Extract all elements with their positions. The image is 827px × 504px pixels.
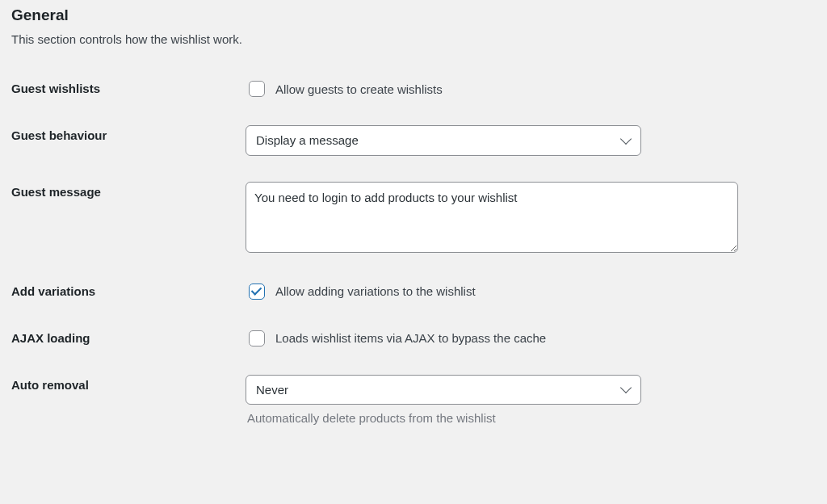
checkbox-wrap-ajax-loading[interactable]: Loads wishlist items via AJAX to bypass …: [246, 328, 816, 349]
settings-section-general: General This section controls how the wi…: [0, 0, 827, 454]
field-label-guest-behaviour: Guest behaviour: [11, 112, 246, 169]
field-row-guest-wishlists: Guest wishlists Allow guests to create w…: [11, 65, 816, 112]
select-guest-behaviour[interactable]: Display a message: [246, 125, 641, 156]
field-label-ajax-loading: AJAX loading: [11, 315, 246, 362]
field-label-guest-wishlists: Guest wishlists: [11, 65, 246, 112]
field-label-guest-message: Guest message: [11, 169, 246, 268]
help-text-auto-removal: Automatically delete products from the w…: [247, 411, 816, 425]
checkbox-label-ajax-loading: Loads wishlist items via AJAX to bypass …: [275, 331, 546, 345]
field-row-auto-removal: Auto removal Never Automatically delete …: [11, 362, 816, 439]
checkbox-label-guest-wishlists: Allow guests to create wishlists: [275, 82, 443, 96]
section-description: This section controls how the wishlist w…: [11, 32, 816, 46]
field-label-add-variations: Add variations: [11, 268, 246, 315]
checkbox-wrap-guest-wishlists[interactable]: Allow guests to create wishlists: [246, 78, 816, 99]
field-row-guest-message: Guest message: [11, 169, 816, 268]
select-auto-removal[interactable]: Never: [246, 375, 641, 405]
checkbox-label-add-variations: Allow adding variations to the wishlist: [275, 284, 476, 298]
checkbox-ajax-loading[interactable]: [249, 330, 265, 346]
field-label-auto-removal: Auto removal: [11, 362, 246, 439]
checkbox-wrap-add-variations[interactable]: Allow adding variations to the wishlist: [246, 281, 816, 302]
section-title: General: [11, 6, 816, 24]
field-row-guest-behaviour: Guest behaviour Display a message: [11, 112, 816, 169]
select-wrap-auto-removal: Never: [246, 375, 641, 405]
field-row-ajax-loading: AJAX loading Loads wishlist items via AJ…: [11, 315, 816, 362]
checkbox-add-variations[interactable]: [249, 284, 265, 300]
checkbox-guest-wishlists[interactable]: [249, 81, 265, 97]
select-wrap-guest-behaviour: Display a message: [246, 125, 641, 156]
settings-form-table: Guest wishlists Allow guests to create w…: [11, 65, 816, 438]
textarea-guest-message[interactable]: [246, 182, 738, 253]
field-row-add-variations: Add variations Allow adding variations t…: [11, 268, 816, 315]
